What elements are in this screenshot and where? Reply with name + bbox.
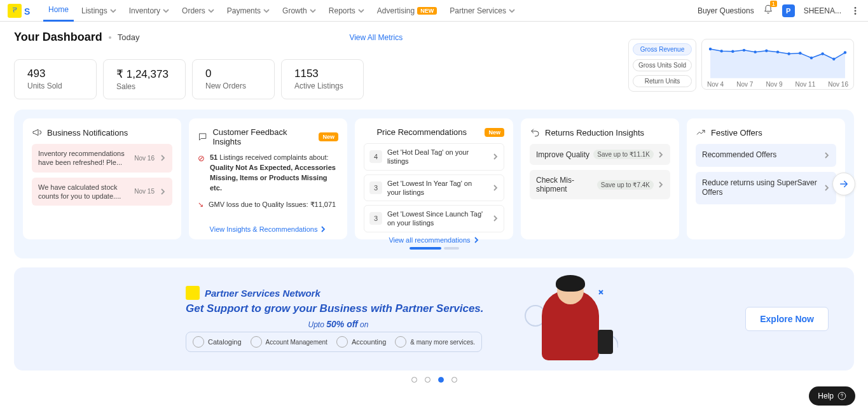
banner-dot[interactable] bbox=[411, 377, 417, 383]
card-returns-reduction: Returns Reduction Insights Improve Quali… bbox=[521, 118, 679, 239]
header-right-block: Gross Revenue Gross Units Sold Return Un… bbox=[628, 39, 854, 92]
svg-point-6 bbox=[743, 48, 745, 51]
stat-new-orders[interactable]: 0 New Orders bbox=[192, 59, 275, 99]
warning-icon: ⊘ bbox=[198, 153, 205, 194]
view-all-recommendations-link[interactable]: View all recommendations bbox=[364, 236, 504, 244]
price-recommendation-item[interactable]: 3 Get 'Lowest Since Launch Tag' on your … bbox=[364, 205, 504, 232]
return-icon bbox=[530, 127, 540, 138]
chevron-right-icon bbox=[492, 153, 499, 160]
service-icon bbox=[336, 336, 348, 348]
nav-label: Home bbox=[48, 5, 69, 14]
help-button[interactable]: Help bbox=[809, 386, 855, 392]
card-head: Business Notifications bbox=[32, 127, 172, 138]
buyer-questions-link[interactable]: Buyer Questions bbox=[698, 6, 754, 15]
psn-off-post: on bbox=[358, 320, 369, 329]
chip-text: Account Management bbox=[266, 339, 327, 346]
carousel-dot[interactable] bbox=[444, 247, 459, 250]
carousel-next-button[interactable] bbox=[832, 173, 855, 195]
card-title: Returns Reduction Insights bbox=[545, 128, 644, 138]
stat-active-listings[interactable]: 1153 Active Listings bbox=[281, 59, 364, 99]
notification-text: We have calculated stock counts for you … bbox=[38, 183, 129, 201]
explore-now-button[interactable]: Explore Now bbox=[745, 307, 829, 331]
toggle-gross-units[interactable]: Gross Units Sold bbox=[633, 59, 692, 71]
stat-label: Active Listings bbox=[294, 81, 350, 90]
stat-units-sold[interactable]: 493 Units Sold bbox=[14, 59, 97, 99]
user-name[interactable]: SHEENA... bbox=[804, 6, 841, 15]
nav-label: Orders bbox=[182, 6, 205, 15]
banner-dot[interactable] bbox=[451, 377, 457, 383]
footer-text: View all recommendations bbox=[389, 236, 470, 244]
carousel-dot[interactable] bbox=[410, 247, 441, 250]
card-head: Returns Reduction Insights bbox=[530, 127, 670, 138]
svg-point-1 bbox=[855, 10, 856, 11]
chevron-down-icon bbox=[358, 8, 364, 14]
nav-orders[interactable]: Orders bbox=[177, 0, 219, 22]
svg-point-5 bbox=[731, 50, 734, 52]
nav-growth[interactable]: Growth bbox=[277, 0, 321, 22]
page-head: Your Dashboard Today View All Metrics 49… bbox=[14, 31, 854, 99]
nav-partner-services[interactable]: Partner Services bbox=[444, 0, 520, 22]
svg-point-7 bbox=[754, 50, 756, 53]
psn-chip: Accounting bbox=[336, 336, 386, 348]
returns-item[interactable]: Improve Quality Save up to ₹11.1K bbox=[530, 144, 670, 165]
chevron-right-icon bbox=[160, 188, 166, 195]
card-head: Festive Offers bbox=[696, 127, 836, 138]
new-badge: NEW bbox=[417, 7, 437, 15]
chevron-right-icon bbox=[473, 237, 479, 243]
plan-badge-icon: P bbox=[782, 4, 795, 17]
feedback-gmv-loss: ↘ GMV loss due to Quality Issues: ₹11,07… bbox=[198, 200, 338, 210]
nav-inventory[interactable]: Inventory bbox=[124, 0, 174, 22]
partner-services-banner: Partner Services Network Get Support to … bbox=[14, 267, 854, 371]
banner-content: Partner Services Network Get Support to … bbox=[186, 286, 491, 352]
nav-payments[interactable]: Payments bbox=[222, 0, 275, 22]
save-pill: Save up to ₹11.1K bbox=[593, 150, 654, 159]
notification-item[interactable]: Inventory recommendations have been refr… bbox=[32, 144, 172, 173]
today-label: Today bbox=[118, 32, 140, 42]
price-recommendation-item[interactable]: 3 Get 'Lowest In Year Tag' on your listi… bbox=[364, 174, 504, 202]
chevron-right-icon bbox=[658, 181, 664, 188]
svg-point-11 bbox=[799, 52, 801, 54]
returns-item[interactable]: Check Mis-shipment Save up to ₹7.4K bbox=[530, 170, 670, 199]
psn-heading: Partner Services Network bbox=[186, 286, 491, 300]
service-icon bbox=[193, 336, 204, 348]
trend-down-icon: ↘ bbox=[198, 200, 203, 210]
toggle-gross-revenue[interactable]: Gross Revenue bbox=[633, 43, 692, 55]
notification-item[interactable]: We have calculated stock counts for you … bbox=[32, 178, 172, 206]
feedback-text-b: Quality Not As Expected, Accessories Mis… bbox=[210, 164, 336, 192]
notification-date: Nov 15 bbox=[134, 188, 155, 195]
banner-illustration bbox=[523, 278, 618, 360]
nav-home[interactable]: Home bbox=[43, 0, 74, 22]
kebab-menu-icon[interactable] bbox=[850, 6, 860, 16]
nav-reports[interactable]: Reports bbox=[324, 0, 369, 22]
banner-dot[interactable] bbox=[438, 377, 444, 383]
psn-chips: Cataloging Account Management Accounting… bbox=[186, 332, 482, 352]
chevron-right-icon bbox=[160, 155, 166, 161]
sparkline-chart[interactable]: Nov 4Nov 7Nov 9Nov 11Nov 16 bbox=[701, 39, 854, 90]
svg-point-4 bbox=[720, 50, 722, 52]
stat-value: 493 bbox=[27, 67, 83, 80]
view-all-metrics-link[interactable]: View All Metrics bbox=[349, 33, 403, 42]
psn-off-bold: 50% off bbox=[326, 319, 358, 329]
chevron-right-icon bbox=[823, 152, 830, 159]
nav-listings[interactable]: Listings bbox=[76, 0, 121, 22]
new-badge: New bbox=[485, 128, 504, 137]
view-insights-link[interactable]: View Insights & Recommendations bbox=[198, 225, 338, 233]
festive-item[interactable]: Reduce returns using SuperSaver Offers bbox=[696, 172, 836, 204]
nav-label: Inventory bbox=[129, 6, 160, 15]
flipkart-logo-icon bbox=[8, 4, 22, 18]
service-icon bbox=[395, 336, 406, 348]
nav-label: Advertising bbox=[377, 6, 415, 15]
megaphone-icon bbox=[32, 127, 42, 138]
price-count: 3 bbox=[369, 181, 382, 194]
nav-advertising[interactable]: AdvertisingNEW bbox=[372, 0, 442, 22]
banner-dot[interactable] bbox=[425, 377, 431, 383]
notifications-button[interactable]: 1 bbox=[763, 4, 773, 17]
stat-sales[interactable]: ₹ 1,24,373 Sales bbox=[103, 59, 186, 99]
nav-label: Partner Services bbox=[450, 6, 506, 15]
festive-item[interactable]: Recommended Offers bbox=[696, 144, 836, 167]
toggle-return-units[interactable]: Return Units bbox=[633, 75, 692, 87]
svg-point-8 bbox=[765, 49, 768, 52]
price-recommendation-item[interactable]: 4 Get 'Hot Deal Tag' on your listings bbox=[364, 143, 504, 171]
return-label: Improve Quality bbox=[536, 150, 593, 159]
nav-right: Buyer Questions 1 P SHEENA... bbox=[698, 4, 860, 17]
